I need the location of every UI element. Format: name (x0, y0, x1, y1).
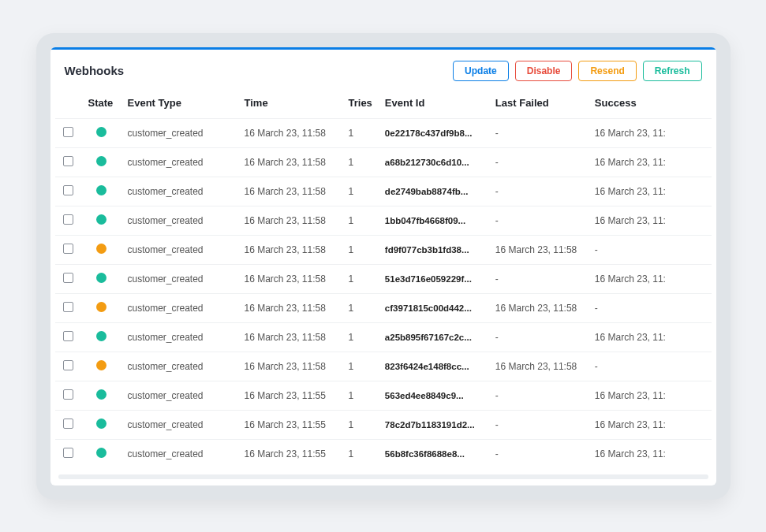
row-checkbox[interactable] (63, 127, 73, 137)
page-title: Webhooks (65, 64, 125, 77)
table-row: customer_created16 March 23, 11:551563ed… (55, 381, 712, 410)
event-id-value: 0e22178c437df9b8... (385, 128, 473, 138)
cell-success: 16 March 23, 11: (589, 410, 712, 439)
cell-time: 16 March 23, 11:58 (238, 147, 342, 177)
cell-event-id: 51e3d716e059229f... (379, 264, 489, 293)
cell-success: 16 March 23, 11: (589, 177, 712, 206)
cell-last-failed: - (489, 322, 589, 352)
cell-state (82, 352, 121, 381)
cell-last-failed: 16 March 23, 11:58 (489, 352, 589, 381)
cell-event-id: a25b895f67167c2c... (379, 322, 489, 352)
cell-state (82, 177, 121, 206)
cell-last-failed: - (489, 381, 589, 410)
cell-event-type: customer_created (121, 235, 238, 264)
state-dot-icon (96, 419, 106, 429)
row-checkbox[interactable] (63, 448, 73, 458)
cell-time: 16 March 23, 11:55 (238, 381, 342, 410)
cell-tries: 1 (342, 381, 379, 410)
cell-checkbox (55, 439, 82, 468)
row-checkbox[interactable] (63, 419, 73, 429)
cell-event-id: de2749bab8874fb... (379, 177, 489, 206)
row-checkbox[interactable] (63, 214, 73, 225)
row-checkbox[interactable] (63, 185, 73, 195)
refresh-button[interactable]: Refresh (643, 61, 702, 81)
event-id-value: 51e3d716e059229f... (385, 274, 472, 284)
success-value: 16 March 23, 11: (595, 448, 666, 459)
cell-success: 16 March 23, 11: (589, 381, 712, 410)
cell-tries: 1 (342, 264, 379, 293)
row-checkbox[interactable] (63, 302, 73, 312)
cell-time: 16 March 23, 11:58 (238, 118, 342, 147)
success-value: - (595, 303, 598, 314)
cell-state (82, 147, 121, 177)
row-checkbox[interactable] (63, 273, 73, 283)
cell-success: 16 March 23, 11: (589, 118, 712, 147)
header-actions: Update Disable Resend Refresh (453, 61, 701, 81)
resend-button[interactable]: Resend (578, 61, 636, 81)
event-id-value: a25b895f67167c2c... (385, 333, 472, 342)
cell-time: 16 March 23, 11:58 (238, 322, 342, 352)
cell-time: 16 March 23, 11:58 (238, 177, 342, 206)
cell-success: 16 March 23, 11: (589, 322, 712, 352)
cell-checkbox (55, 235, 82, 264)
cell-checkbox (55, 410, 82, 439)
cell-last-failed: - (489, 439, 589, 468)
cell-state (82, 439, 121, 468)
row-checkbox[interactable] (63, 389, 73, 400)
cell-time: 16 March 23, 11:58 (238, 264, 342, 293)
table-row: customer_created16 March 23, 11:55178c2d… (55, 410, 712, 439)
state-dot-icon (96, 156, 106, 166)
state-dot-icon (96, 448, 106, 458)
cell-event-type: customer_created (121, 118, 238, 147)
row-checkbox[interactable] (63, 156, 73, 166)
table-row: customer_created16 March 23, 11:58151e3d… (55, 264, 712, 293)
cell-checkbox (55, 352, 82, 381)
cell-event-type: customer_created (121, 381, 238, 410)
row-checkbox[interactable] (63, 244, 73, 254)
cell-event-type: customer_created (121, 206, 238, 235)
table-header-row: State Event Type Time Tries Event Id Las… (55, 89, 712, 119)
state-dot-icon (96, 127, 106, 137)
cell-last-failed: - (489, 147, 589, 177)
success-value: - (595, 361, 598, 372)
horizontal-scrollbar[interactable] (58, 474, 708, 479)
cell-state (82, 206, 121, 235)
row-checkbox[interactable] (63, 331, 73, 341)
state-dot-icon (96, 389, 106, 400)
table-row: customer_created16 March 23, 11:5810e221… (55, 118, 712, 147)
cell-time: 16 March 23, 11:58 (238, 206, 342, 235)
state-dot-icon (96, 244, 106, 254)
cell-checkbox (55, 206, 82, 235)
cell-event-type: customer_created (121, 177, 238, 206)
cell-time: 16 March 23, 11:55 (238, 410, 342, 439)
cell-event-id: 823f6424e148f8cc... (379, 352, 489, 381)
screen: Webhooks Update Disable Resend Refresh S… (50, 47, 716, 485)
cell-state (82, 322, 121, 352)
table-row: customer_created16 March 23, 11:5811bb04… (55, 206, 712, 235)
table-row: customer_created16 March 23, 11:581fd9f0… (55, 235, 712, 264)
cell-time: 16 March 23, 11:58 (238, 352, 342, 381)
event-id-value: a68b212730c6d10... (385, 158, 469, 167)
cell-last-failed: - (489, 206, 589, 235)
disable-button[interactable]: Disable (515, 61, 573, 81)
state-dot-icon (96, 273, 106, 283)
cell-success: - (589, 352, 712, 381)
success-value: 16 March 23, 11: (595, 419, 666, 430)
cell-state (82, 381, 121, 410)
cell-last-failed: - (489, 118, 589, 147)
success-value: 16 March 23, 11: (595, 332, 666, 343)
success-value: 16 March 23, 11: (595, 390, 666, 401)
success-value: 16 March 23, 11: (595, 128, 666, 139)
cell-time: 16 March 23, 11:58 (238, 293, 342, 322)
device-frame: Webhooks Update Disable Resend Refresh S… (36, 33, 731, 500)
update-button[interactable]: Update (453, 61, 509, 81)
cell-success: 16 March 23, 11: (589, 147, 712, 177)
cell-checkbox (55, 293, 82, 322)
cell-last-failed: - (489, 177, 589, 206)
cell-event-type: customer_created (121, 352, 238, 381)
cell-event-id: 563ed4ee8849c9... (379, 381, 489, 410)
row-checkbox[interactable] (63, 360, 73, 370)
cell-event-type: customer_created (121, 439, 238, 468)
event-id-value: 563ed4ee8849c9... (385, 391, 464, 400)
table-wrap: State Event Type Time Tries Event Id Las… (50, 89, 716, 473)
